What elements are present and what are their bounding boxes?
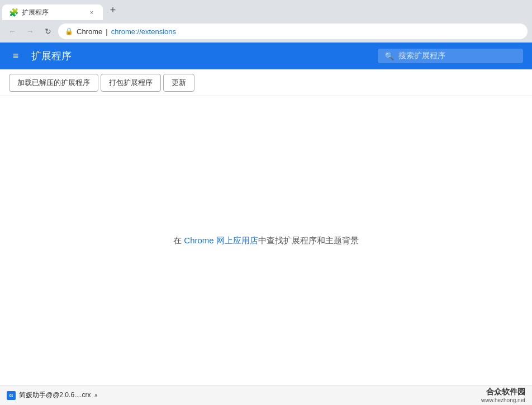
back-button[interactable]: ← xyxy=(4,23,20,39)
text-before: 在 xyxy=(173,236,184,245)
text-after: 中查找扩展程序和主题背景 xyxy=(258,236,359,245)
reload-button[interactable]: ↻ xyxy=(40,23,56,39)
load-unpacked-button[interactable]: 加载已解压的扩展程序 xyxy=(9,74,98,92)
extensions-content: 在 Chrome 网上应用店中查找扩展程序和主题背景 xyxy=(0,96,532,385)
chrome-webstore-link[interactable]: Chrome 网上应用店 xyxy=(184,236,258,245)
address-bar-row: ← → ↻ 🔒 Chrome | chrome://extensions xyxy=(0,20,532,43)
tab-label: 扩展程序 xyxy=(22,8,49,17)
extensions-toolbar: 加载已解压的扩展程序 打包扩展程序 更新 xyxy=(0,69,532,96)
secure-icon: 🔒 xyxy=(65,27,73,35)
address-chrome-text: Chrome xyxy=(77,27,102,36)
new-tab-button[interactable]: + xyxy=(105,2,121,18)
status-bar: G 简媛助手@@2.0.6....crx ∧ 合众软件园 www.hezhong… xyxy=(0,385,532,405)
address-bar[interactable]: 🔒 Chrome | chrome://extensions xyxy=(58,23,528,39)
watermark: 合众软件园 www.hezhong.net xyxy=(481,387,525,403)
active-tab[interactable]: 🧩 扩展程序 × xyxy=(2,4,103,20)
extensions-title: 扩展程序 xyxy=(31,49,369,63)
search-icon: 🔍 xyxy=(384,51,394,60)
browser-body: ≡ 扩展程序 🔍 搜索扩展程序 加载已解压的扩展程序 打包扩展程序 更新 在 C… xyxy=(0,43,532,385)
search-bar[interactable]: 🔍 搜索扩展程序 xyxy=(378,49,523,63)
update-button[interactable]: 更新 xyxy=(163,74,194,92)
tab-close-button[interactable]: × xyxy=(87,8,96,17)
search-placeholder: 搜索扩展程序 xyxy=(398,51,445,61)
extensions-header: ≡ 扩展程序 🔍 搜索扩展程序 xyxy=(0,43,532,69)
address-url: chrome://extensions xyxy=(111,27,176,36)
watermark-url: www.hezhong.net xyxy=(481,397,525,403)
pack-extension-button[interactable]: 打包扩展程序 xyxy=(101,74,161,92)
status-filename: 简媛助手@@2.0.6....crx xyxy=(19,390,91,400)
empty-state-text: 在 Chrome 网上应用店中查找扩展程序和主题背景 xyxy=(173,236,359,246)
status-chevron-icon[interactable]: ∧ xyxy=(94,392,98,398)
status-left: G 简媛助手@@2.0.6....crx ∧ xyxy=(7,390,98,400)
tab-puzzle-icon: 🧩 xyxy=(9,8,18,17)
hamburger-icon[interactable]: ≡ xyxy=(9,49,22,63)
watermark-title: 合众软件园 xyxy=(481,387,525,397)
forward-button[interactable]: → xyxy=(22,23,38,39)
title-bar: 🧩 扩展程序 × + xyxy=(0,0,532,20)
address-separator: | xyxy=(106,27,107,36)
status-file-icon: G xyxy=(7,391,16,400)
